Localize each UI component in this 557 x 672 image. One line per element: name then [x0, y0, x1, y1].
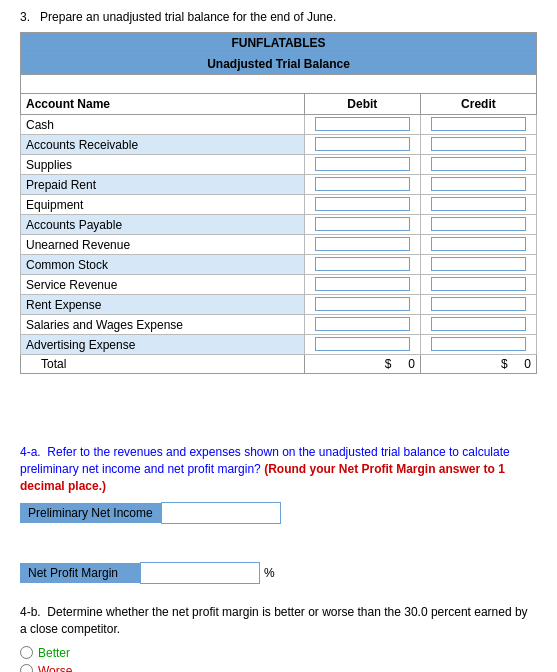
- total-debit-symbol: $: [385, 357, 392, 371]
- radio-better[interactable]: [20, 646, 33, 659]
- debit-input-cell[interactable]: [304, 255, 420, 275]
- debit-input-cell[interactable]: [304, 175, 420, 195]
- credit-input-cell[interactable]: [420, 155, 536, 175]
- net-margin-row: Net Profit Margin %: [20, 562, 537, 584]
- debit-input-cell[interactable]: [304, 115, 420, 135]
- credit-input-cell[interactable]: [420, 115, 536, 135]
- table-row: Unearned Revenue: [21, 235, 537, 255]
- question-3-text: Prepare an unadjusted trial balance for …: [40, 10, 336, 24]
- total-label: Total: [21, 355, 305, 374]
- col-debit: Debit: [304, 94, 420, 115]
- debit-input-cell[interactable]: [304, 335, 420, 355]
- debit-input-cell[interactable]: [304, 155, 420, 175]
- debit-input[interactable]: [315, 317, 410, 331]
- radio-worse[interactable]: [20, 664, 33, 672]
- credit-input[interactable]: [431, 197, 526, 211]
- account-name-cell: Rent Expense: [21, 295, 305, 315]
- debit-input[interactable]: [315, 337, 410, 351]
- debit-input-cell[interactable]: [304, 215, 420, 235]
- debit-input[interactable]: [315, 297, 410, 311]
- total-debit: $ 0: [304, 355, 420, 374]
- section-4b-number: 4-b.: [20, 605, 41, 619]
- col-account: Account Name: [21, 94, 305, 115]
- debit-input[interactable]: [315, 237, 410, 251]
- total-credit: $ 0: [420, 355, 536, 374]
- credit-input-cell[interactable]: [420, 175, 536, 195]
- net-income-input[interactable]: [161, 502, 281, 524]
- credit-input[interactable]: [431, 317, 526, 331]
- table-row: Cash: [21, 115, 537, 135]
- credit-input[interactable]: [431, 117, 526, 131]
- debit-input[interactable]: [315, 137, 410, 151]
- table-row: Accounts Payable: [21, 215, 537, 235]
- debit-input-cell[interactable]: [304, 235, 420, 255]
- debit-input[interactable]: [315, 117, 410, 131]
- credit-input[interactable]: [431, 137, 526, 151]
- company-name: FUNFLATABLES: [21, 33, 537, 54]
- credit-input-cell[interactable]: [420, 235, 536, 255]
- section-4a-number: 4-a.: [20, 445, 41, 459]
- net-margin-label: Net Profit Margin: [20, 563, 140, 583]
- credit-input[interactable]: [431, 157, 526, 171]
- credit-input-cell[interactable]: [420, 135, 536, 155]
- percent-symbol: %: [264, 566, 275, 580]
- table-row: Salaries and Wages Expense: [21, 315, 537, 335]
- account-name-cell: Salaries and Wages Expense: [21, 315, 305, 335]
- credit-input-cell[interactable]: [420, 295, 536, 315]
- col-credit: Credit: [420, 94, 536, 115]
- credit-input-cell[interactable]: [420, 215, 536, 235]
- credit-input[interactable]: [431, 217, 526, 231]
- account-name-cell: Cash: [21, 115, 305, 135]
- account-name-cell: Service Revenue: [21, 275, 305, 295]
- credit-input[interactable]: [431, 237, 526, 251]
- account-name-cell: Unearned Revenue: [21, 235, 305, 255]
- trial-balance-table: FUNFLATABLES Unadjusted Trial Balance Ac…: [20, 32, 537, 374]
- table-row: Rent Expense: [21, 295, 537, 315]
- table-row: Prepaid Rent: [21, 175, 537, 195]
- credit-input[interactable]: [431, 177, 526, 191]
- credit-input-cell[interactable]: [420, 255, 536, 275]
- credit-input-cell[interactable]: [420, 335, 536, 355]
- credit-input[interactable]: [431, 277, 526, 291]
- debit-input[interactable]: [315, 217, 410, 231]
- net-income-row: Preliminary Net Income: [20, 502, 537, 524]
- account-name-cell: Accounts Payable: [21, 215, 305, 235]
- debit-input-cell[interactable]: [304, 195, 420, 215]
- debit-input[interactable]: [315, 257, 410, 271]
- table-column-header-row: Account Name Debit Credit: [21, 94, 537, 115]
- debit-input-cell[interactable]: [304, 295, 420, 315]
- table-row: Accounts Receivable: [21, 135, 537, 155]
- account-name-cell: Prepaid Rent: [21, 175, 305, 195]
- credit-input-cell[interactable]: [420, 195, 536, 215]
- debit-input-cell[interactable]: [304, 135, 420, 155]
- question-3-number: 3.: [20, 10, 30, 24]
- credit-input[interactable]: [431, 297, 526, 311]
- debit-input[interactable]: [315, 277, 410, 291]
- radio-group: Better Worse: [20, 646, 537, 672]
- radio-item-worse: Worse: [20, 664, 537, 672]
- net-margin-input[interactable]: [140, 562, 260, 584]
- question-3-header: 3. Prepare an unadjusted trial balance f…: [20, 10, 537, 24]
- table-row: Common Stock: [21, 255, 537, 275]
- section-4b-text: 4-b. Determine whether the net profit ma…: [20, 604, 537, 638]
- debit-input-cell[interactable]: [304, 275, 420, 295]
- section-4a-text: 4-a. Refer to the revenues and expenses …: [20, 444, 537, 494]
- radio-better-label: Better: [38, 646, 70, 660]
- table-subtitle-row: Unadjusted Trial Balance: [21, 54, 537, 75]
- credit-input-cell[interactable]: [420, 275, 536, 295]
- account-name-cell: Advertising Expense: [21, 335, 305, 355]
- debit-input[interactable]: [315, 197, 410, 211]
- debit-input[interactable]: [315, 177, 410, 191]
- section-4a: 4-a. Refer to the revenues and expenses …: [20, 444, 537, 584]
- credit-input-cell[interactable]: [420, 315, 536, 335]
- section-4b: 4-b. Determine whether the net profit ma…: [20, 604, 537, 672]
- account-name-cell: Accounts Receivable: [21, 135, 305, 155]
- table-company-row: FUNFLATABLES: [21, 33, 537, 54]
- debit-input-cell[interactable]: [304, 315, 420, 335]
- credit-input[interactable]: [431, 337, 526, 351]
- total-credit-value: 0: [524, 357, 531, 371]
- table-row: Equipment: [21, 195, 537, 215]
- debit-input[interactable]: [315, 157, 410, 171]
- account-name-cell: Supplies: [21, 155, 305, 175]
- credit-input[interactable]: [431, 257, 526, 271]
